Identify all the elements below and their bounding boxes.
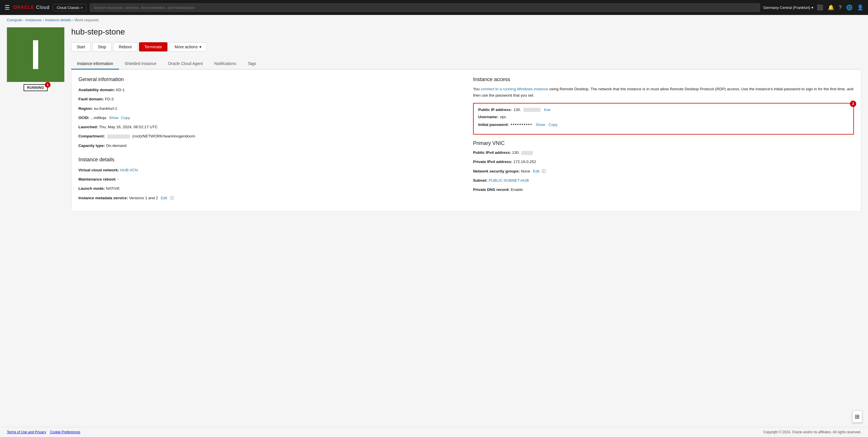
nsg-edit-link[interactable]: Edit bbox=[533, 169, 539, 173]
launched-row: Launched: Thu, May 16, 2024, 08:52:17 UT… bbox=[79, 124, 459, 130]
public-ipv4-value: 130. bbox=[512, 150, 520, 155]
fault-domain-value: FD-3 bbox=[105, 97, 114, 101]
username-label: Username: bbox=[478, 115, 498, 119]
breadcrumb-instance-details[interactable]: Instance details bbox=[45, 18, 71, 22]
instance-image-bar bbox=[33, 40, 38, 69]
start-button[interactable]: Start bbox=[71, 42, 91, 52]
launched-label: Launched: bbox=[79, 125, 98, 129]
instance-image bbox=[7, 27, 64, 82]
help-icon[interactable]: ? bbox=[839, 5, 842, 11]
page-title: hub-step-stone bbox=[71, 25, 861, 36]
vcn-row: Virtual cloud network: HUB-VCN bbox=[79, 167, 459, 173]
private-ipv4-label: Private IPv4 address: bbox=[473, 159, 513, 164]
nav-icons: ⬛ 🔔 ? 🌐 👤 bbox=[817, 4, 863, 11]
fault-domain-row: Fault domain: FD-3 bbox=[79, 96, 459, 102]
ocid-show-link[interactable]: Show bbox=[109, 116, 119, 120]
dropdown-icon: ▾ bbox=[199, 45, 202, 49]
metadata-label: Instance metadata service: bbox=[79, 196, 128, 200]
instance-sidebar: RUNNING 1 bbox=[7, 25, 64, 212]
breadcrumb-sep-1: › bbox=[23, 18, 24, 22]
public-ip-value: 130. bbox=[514, 108, 521, 112]
public-ip-label: Public IP address: bbox=[478, 108, 512, 112]
region-value: eu-frankfurt-1 bbox=[94, 106, 117, 111]
cloud-text: Cloud bbox=[36, 5, 50, 10]
oracle-text: ORACLE bbox=[13, 5, 34, 10]
capacity-value: On-demand bbox=[106, 143, 126, 148]
stop-button[interactable]: Stop bbox=[92, 42, 112, 52]
availability-domain-label: Availability domain: bbox=[79, 88, 115, 92]
availability-domain-value: AD-1 bbox=[116, 88, 125, 92]
hamburger-icon[interactable]: ☰ bbox=[5, 4, 10, 11]
metadata-info-icon: ⓘ bbox=[170, 196, 174, 200]
breadcrumb-compute[interactable]: Compute bbox=[7, 18, 22, 22]
private-ipv4-row: Private IPv4 address: 172.16.0.252 bbox=[473, 159, 854, 165]
tab-shielded-instance[interactable]: Shielded instance bbox=[119, 58, 162, 69]
console-icon[interactable]: ⬛ bbox=[817, 4, 823, 11]
tab-oracle-cloud-agent[interactable]: Oracle Cloud Agent bbox=[162, 58, 209, 69]
bell-icon[interactable]: 🔔 bbox=[828, 4, 834, 11]
breadcrumb-work-requests: Work requests bbox=[75, 18, 99, 22]
more-actions-button[interactable]: More actions ▾ bbox=[169, 42, 207, 52]
ocid-label: OCID: bbox=[79, 116, 89, 120]
availability-domain-row: Availability domain: AD-1 bbox=[79, 87, 459, 93]
subnet-link[interactable]: PUBLIC-SUBNET-HUB bbox=[489, 178, 529, 182]
ocid-copy-link[interactable]: Copy bbox=[121, 116, 130, 120]
instance-details-section: Instance details Virtual cloud network: … bbox=[79, 157, 459, 201]
compartment-bar bbox=[107, 135, 130, 139]
status-badge: RUNNING bbox=[24, 84, 48, 91]
cloud-classic-button[interactable]: Cloud Classic > bbox=[53, 4, 87, 11]
compartment-value: (root)/NETWORK/IwanHoogendoorn bbox=[132, 134, 195, 138]
tab-instance-information[interactable]: Instance information bbox=[71, 58, 119, 69]
access-panel: Instance access You connect to a running… bbox=[473, 77, 854, 204]
region-row: Region: eu-frankfurt-1 bbox=[79, 106, 459, 112]
breadcrumb: Compute › Instances › Instance details ›… bbox=[0, 15, 868, 25]
status-badge-container: RUNNING 1 bbox=[24, 84, 48, 91]
vcn-label: Virtual cloud network: bbox=[79, 168, 119, 172]
region-label: Germany Central (Frankfurt) bbox=[764, 5, 810, 10]
capacity-label: Capacity type: bbox=[79, 143, 105, 148]
instance-details-title: Instance details bbox=[79, 157, 459, 163]
capacity-row: Capacity type: On-demand bbox=[79, 143, 459, 149]
ocid-value: ...mi6kqa bbox=[91, 116, 106, 120]
user-icon[interactable]: 👤 bbox=[857, 4, 863, 11]
access-credentials-box: Public IP address: 130. true Username: o… bbox=[473, 103, 854, 135]
username-row: Username: opc bbox=[478, 115, 849, 119]
subnet-label: Subnet: bbox=[473, 178, 488, 182]
password-copy-link[interactable]: Copy bbox=[549, 122, 557, 127]
nsg-row: Network security groups: None Edit ⓘ bbox=[473, 169, 854, 174]
ipv4-redacted-bar bbox=[521, 151, 533, 155]
status-badge-number: 1 bbox=[45, 82, 51, 88]
terminate-button[interactable]: Terminate bbox=[139, 42, 167, 52]
connect-link[interactable]: connect to a running Windows instance bbox=[481, 87, 548, 91]
breadcrumb-sep-2: › bbox=[43, 18, 44, 22]
tab-tags[interactable]: Tags bbox=[242, 58, 262, 69]
more-actions-label: More actions bbox=[175, 45, 197, 49]
compartment-row: Compartment: (root)/NETWORK/IwanHoogendo… bbox=[79, 134, 459, 139]
search-input[interactable] bbox=[90, 3, 760, 12]
public-ipv4-row: Public IPv4 address: 130. bbox=[473, 150, 854, 155]
maintenance-row: Maintenance reboot: - bbox=[79, 177, 459, 182]
metadata-value: Versions 1 and 2 bbox=[129, 196, 158, 200]
region-selector[interactable]: Germany Central (Frankfurt) ▾ bbox=[764, 5, 813, 10]
fault-domain-label: Fault domain: bbox=[79, 97, 104, 101]
tab-notifications[interactable]: Notifications bbox=[209, 58, 242, 69]
reboot-button[interactable]: Reboot bbox=[113, 42, 137, 52]
instance-main: hub-step-stone Start Stop Reboot Termina… bbox=[71, 25, 861, 212]
nsg-value: None bbox=[521, 169, 530, 173]
breadcrumb-instances[interactable]: Instances bbox=[26, 18, 42, 22]
tab-content: General information Availability domain:… bbox=[71, 69, 861, 212]
globe-icon[interactable]: 🌐 bbox=[846, 4, 852, 11]
password-label: Initial password: bbox=[478, 122, 509, 127]
ocid-row: OCID: ...mi6kqa Show Copy bbox=[79, 115, 459, 121]
password-show-link[interactable]: Show bbox=[536, 122, 546, 127]
metadata-edit-link[interactable]: Edit bbox=[161, 196, 167, 200]
nsg-label: Network security groups: bbox=[473, 169, 520, 173]
instance-access-desc: You connect to a running Windows instanc… bbox=[473, 86, 854, 98]
subnet-row: Subnet: PUBLIC-SUBNET-HUB bbox=[473, 178, 854, 183]
general-info-title: General information bbox=[79, 77, 459, 83]
maintenance-label: Maintenance reboot: bbox=[79, 177, 116, 181]
password-row: Initial password: •••••••••• Show Copy bbox=[478, 122, 849, 127]
vcn-link[interactable]: HUB-VCN bbox=[120, 168, 138, 172]
region-label-field: Region: bbox=[79, 106, 93, 111]
public-ip-copy-link[interactable]: true bbox=[544, 108, 550, 112]
